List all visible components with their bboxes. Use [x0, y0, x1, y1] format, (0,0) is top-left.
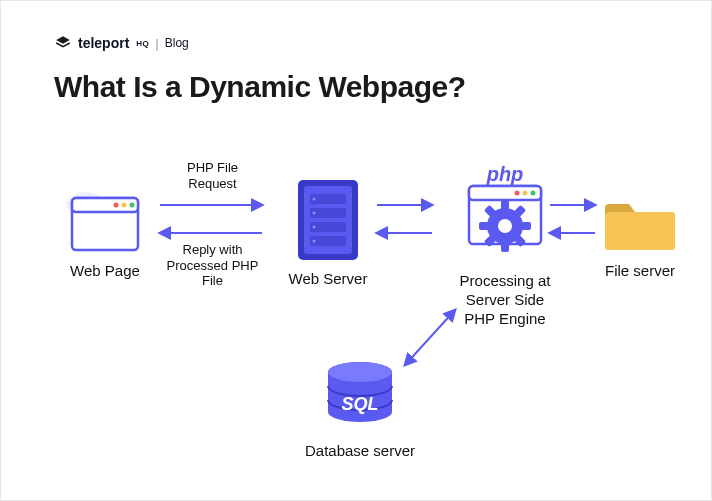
- logo-icon: [54, 34, 72, 52]
- svg-point-30: [498, 219, 512, 233]
- edge-label-reply: Reply with Processed PHP File: [155, 242, 270, 289]
- node-label: Web Page: [70, 262, 140, 281]
- node-label: Web Server: [289, 270, 368, 289]
- svg-point-12: [313, 198, 316, 201]
- node-web-page: Web Page: [60, 190, 150, 281]
- node-label: File server: [605, 262, 675, 281]
- database-icon: SQL: [320, 360, 400, 434]
- edge-label-request: PHP File Request: [165, 160, 260, 191]
- logo-subtext: HQ: [136, 39, 149, 48]
- svg-point-18: [515, 191, 520, 196]
- svg-point-13: [313, 212, 316, 215]
- node-database-server: SQL Database server: [290, 360, 430, 461]
- svg-rect-31: [605, 212, 675, 250]
- svg-point-33: [328, 362, 392, 382]
- svg-rect-24: [479, 222, 489, 230]
- svg-rect-23: [501, 242, 509, 252]
- brand-logo: teleport HQ | Blog: [54, 34, 189, 52]
- svg-point-5: [130, 203, 135, 208]
- server-tower-icon: [294, 178, 362, 262]
- logo-text: teleport: [78, 35, 129, 51]
- svg-point-20: [531, 191, 536, 196]
- svg-rect-17: [469, 186, 541, 200]
- logo-divider: |: [155, 36, 158, 51]
- node-php-engine: php Processing at Server Side PHP Engine: [440, 166, 570, 328]
- svg-point-4: [122, 203, 127, 208]
- page-title: What Is a Dynamic Webpage?: [54, 70, 466, 104]
- svg-point-3: [114, 203, 119, 208]
- folder-icon: [601, 190, 679, 254]
- node-label: Processing at Server Side PHP Engine: [460, 272, 551, 328]
- svg-point-19: [523, 191, 528, 196]
- svg-rect-2: [72, 198, 138, 212]
- svg-rect-22: [501, 200, 509, 210]
- node-web-server: Web Server: [283, 178, 373, 289]
- node-label: Database server: [305, 442, 415, 461]
- node-file-server: File server: [595, 190, 685, 281]
- svg-point-15: [313, 240, 316, 243]
- svg-point-14: [313, 226, 316, 229]
- svg-rect-25: [521, 222, 531, 230]
- logo-section: Blog: [165, 36, 189, 50]
- gear-window-icon: php: [459, 166, 551, 264]
- sql-badge: SQL: [341, 394, 378, 414]
- browser-window-icon: [66, 190, 144, 254]
- php-badge: php: [486, 166, 524, 185]
